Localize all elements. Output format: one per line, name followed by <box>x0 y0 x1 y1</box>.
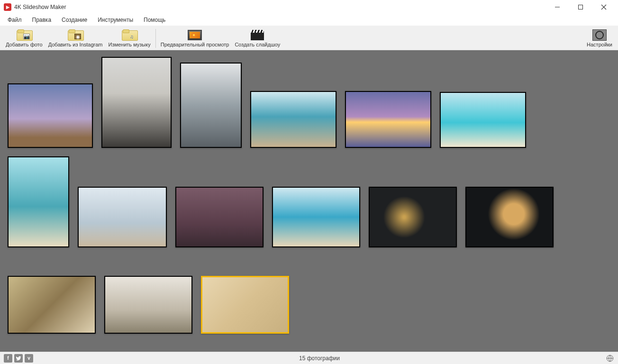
thumb-image <box>181 64 241 147</box>
photo-canvas[interactable] <box>0 50 618 352</box>
thumb-image <box>9 157 68 246</box>
menu-tools[interactable]: Инструменты <box>93 15 138 25</box>
menu-file[interactable]: Файл <box>3 15 27 25</box>
thumb-wedding-bouquet[interactable] <box>104 276 192 334</box>
preview-label: Предварительный просмотр <box>161 42 229 47</box>
clapperboard-icon <box>251 30 264 40</box>
settings-button[interactable]: Настройки <box>584 28 615 48</box>
thumb-image <box>370 188 456 246</box>
menubar: Файл Правка Создание Инструменты Помощь <box>0 14 618 26</box>
status-count: 15 фотографии <box>33 355 606 362</box>
thumb-image <box>9 84 92 147</box>
twitter-button[interactable] <box>14 354 23 363</box>
facebook-button[interactable]: f <box>4 354 12 363</box>
thumb-merry-christmas[interactable] <box>465 187 554 247</box>
thumb-image <box>202 277 288 332</box>
change-music-button[interactable]: ♫ Изменить музыку <box>105 27 153 50</box>
language-button[interactable] <box>606 354 614 363</box>
vimeo-button[interactable]: v <box>25 354 33 363</box>
gear-icon <box>592 29 607 41</box>
toolbar-separator <box>155 29 156 48</box>
thumb-image <box>102 58 171 147</box>
thumb-image <box>441 93 525 147</box>
thumb-lifeguard-beach[interactable] <box>78 187 167 247</box>
thumb-baby-blanket[interactable] <box>201 276 289 334</box>
create-slideshow-button[interactable]: Создать слайдшоу <box>232 27 283 50</box>
thumb-sunset-heart[interactable] <box>345 91 431 148</box>
toolbar: 📷 Добавить фото ◉ Добавить из Instagram … <box>0 26 618 50</box>
close-button[interactable] <box>593 0 614 14</box>
thumb-image <box>9 277 95 333</box>
statusbar: f v 15 фотографии <box>0 352 618 364</box>
maximize-button[interactable] <box>570 0 591 14</box>
thumb-image <box>176 188 263 246</box>
add-photo-label: Добавить фото <box>6 42 43 47</box>
svg-rect-1 <box>578 5 582 9</box>
thumb-beach-hat[interactable] <box>272 187 360 247</box>
add-instagram-label: Добавить из Instagram <box>48 42 103 47</box>
app-title: 4K Slideshow Maker <box>14 4 66 10</box>
thumb-image <box>251 92 336 147</box>
thumb-image <box>105 277 191 333</box>
thumb-row <box>8 156 610 247</box>
add-photo-button[interactable]: 📷 Добавить фото <box>3 27 45 50</box>
thumb-image <box>346 92 430 147</box>
menu-edit[interactable]: Правка <box>27 15 56 25</box>
thumb-family-kiss[interactable] <box>175 187 264 247</box>
preview-button[interactable]: Предварительный просмотр <box>158 27 232 50</box>
settings-label: Настройки <box>587 42 612 47</box>
app-icon: ▶ <box>4 3 11 11</box>
menu-help[interactable]: Помощь <box>139 15 170 25</box>
folder-instagram-icon: ◉ <box>68 29 83 41</box>
add-instagram-button[interactable]: ◉ Добавить из Instagram <box>45 27 106 50</box>
change-music-label: Изменить музыку <box>108 42 150 47</box>
create-slideshow-label: Создать слайдшоу <box>235 42 280 47</box>
minimize-button[interactable] <box>546 0 568 14</box>
menu-create[interactable]: Создание <box>57 15 92 25</box>
thumb-wedding-rings[interactable] <box>8 276 96 334</box>
thumb-row <box>8 276 610 334</box>
thumb-image <box>466 188 553 246</box>
thumb-christmas-tree-1[interactable] <box>369 187 457 247</box>
thumb-turquoise-beach[interactable] <box>440 92 526 148</box>
titlebar: ▶ 4K Slideshow Maker <box>0 0 618 14</box>
folder-music-icon: ♫ <box>122 29 137 41</box>
thumb-image <box>273 188 359 246</box>
thumb-eiffel-tower[interactable] <box>8 83 93 148</box>
folder-photo-icon: 📷 <box>17 29 32 41</box>
preview-icon <box>188 30 202 40</box>
thumb-woman-portrait[interactable] <box>101 57 172 148</box>
thumb-image <box>79 188 166 246</box>
thumb-city-skyline[interactable] <box>180 63 242 148</box>
thumb-row <box>8 57 610 148</box>
thumb-beach-walking[interactable] <box>250 91 336 148</box>
thumb-kneeling-beach[interactable] <box>8 156 69 247</box>
